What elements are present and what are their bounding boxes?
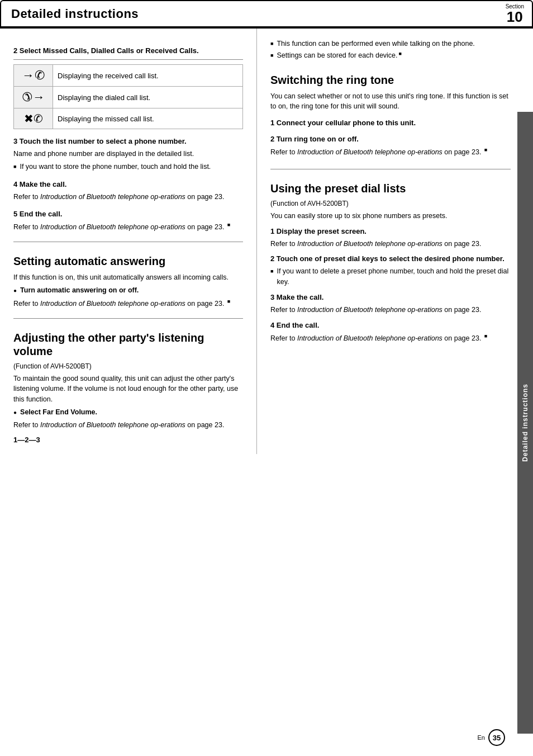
sidebar-text: Detailed instructions	[521, 384, 529, 462]
adjust-function-note: (Function of AVH-5200BT)	[13, 362, 243, 370]
adjust-title: Adjusting the other party's listening vo…	[13, 331, 243, 358]
divider1	[13, 59, 243, 60]
step2-heading: 2 Select Missed Calls, Dialled Calls or …	[13, 46, 243, 55]
step3-bullet: If you want to store the phone number, t…	[13, 162, 243, 172]
missed-call-icon: ✖✆	[24, 112, 43, 125]
preset-step4-ref-italic: Introduction of Bluetooth telephone op-e…	[297, 334, 442, 342]
step5-ref-italic: Introduction of Bluetooth telephone op-e…	[40, 223, 185, 231]
divider4	[270, 169, 511, 169]
table-row: ✖✆ Displaying the missed call list.	[14, 108, 243, 129]
step5-ref: Refer to Introduction of Bluetooth telep…	[13, 221, 243, 233]
divider3	[13, 318, 243, 319]
preset-step3-heading: 3 Make the call.	[270, 293, 511, 301]
dialed-call-icon: ←✆	[22, 90, 45, 105]
preset-dial-title: Using the preset dial lists	[270, 182, 511, 195]
switch-step2-ref-italic: Introduction of Bluetooth telephone op-e…	[297, 148, 442, 156]
table-row: ←✆ Displaying the dialed call list.	[14, 87, 243, 108]
preset-step1-ref-italic: Introduction of Bluetooth telephone op-e…	[297, 240, 442, 248]
section-number: 10	[507, 10, 523, 24]
setting-auto-bullet: Turn automatic answering on or off.	[13, 285, 243, 296]
switch-step1-heading: 1 Connect your cellular phone to this un…	[270, 119, 511, 127]
step3-heading: 3 Touch the list number to select a phon…	[13, 137, 243, 145]
left-column: 2 Select Missed Calls, Dialled Calls or …	[0, 29, 257, 454]
top-bullet2: Settings can be stored for each device.	[270, 50, 511, 61]
step5-heading: 5 End the call.	[13, 210, 243, 218]
preset-dial-body: You can easily store up to six phone num…	[270, 211, 511, 221]
preset-step1-ref: Refer to Introduction of Bluetooth telep…	[270, 239, 511, 249]
step4-heading: 4 Make the call.	[13, 180, 243, 188]
adjust-bullet-heading: Select Far End Volume.	[20, 408, 97, 416]
dialed-call-desc: Displaying the dialed call list.	[53, 87, 243, 108]
adjust-sequence: 1—2—3	[13, 436, 243, 444]
received-call-desc: Displaying the received call list.	[53, 65, 243, 87]
setting-auto-bullet-heading: Turn automatic answering on or off.	[20, 286, 139, 294]
preset-step1-heading: 1 Display the preset screen.	[270, 227, 511, 235]
missed-call-desc: Displaying the missed call list.	[53, 108, 243, 129]
switch-ring-title: Switching the ring tone	[270, 73, 511, 87]
setting-auto-ref: Refer to Introduction of Bluetooth telep…	[13, 298, 243, 309]
adjust-bullet: Select Far End Volume.	[13, 407, 243, 418]
header-title-box: Detailed instructions	[0, 0, 498, 27]
right-column: This function can be performed even whil…	[257, 29, 533, 454]
top-bullet1: This function can be performed even whil…	[270, 39, 511, 49]
section-box: Section 10	[498, 0, 533, 27]
page-header: Detailed instructions Section 10	[0, 0, 533, 29]
preset-step2-bullet: If you want to delete a preset phone num…	[270, 266, 511, 287]
preset-step2-heading: 2 Touch one of preset dial keys to selec…	[270, 254, 511, 263]
setting-auto-ref-italic: Introduction of Bluetooth telephone op-e…	[40, 300, 185, 308]
page-footer: En 35	[478, 729, 505, 746]
preset-step4-ref: Refer to Introduction of Bluetooth telep…	[270, 333, 511, 344]
dialed-icon-cell: ←✆	[14, 87, 53, 108]
missed-icon-cell: ✖✆	[14, 108, 53, 129]
switch-step2-heading: 2 Turn ring tone on or off.	[270, 135, 511, 143]
page-number: 35	[488, 729, 505, 746]
step4-ref-italic: Introduction of Bluetooth telephone op-e…	[40, 193, 185, 201]
setting-auto-title: Setting automatic answering	[13, 254, 243, 268]
switch-ring-body: You can select whether or not to use thi…	[270, 91, 511, 112]
page-title: Detailed instructions	[11, 7, 139, 21]
sidebar-label: Detailed instructions	[517, 112, 533, 734]
step3-body: Name and phone number are displayed in t…	[13, 149, 243, 159]
adjust-ref: Refer to Introduction of Bluetooth telep…	[13, 420, 243, 431]
table-row: →✆ Displaying the received call list.	[14, 65, 243, 87]
received-icon-cell: →✆	[14, 65, 53, 87]
setting-auto-body: If this function is on, this unit automa…	[13, 272, 243, 283]
main-content: 2 Select Missed Calls, Dialled Calls or …	[0, 29, 533, 454]
preset-step4-heading: 4 End the call.	[270, 321, 511, 329]
top-bullets: This function can be performed even whil…	[270, 39, 511, 61]
call-list-table: →✆ Displaying the received call list. ←✆…	[13, 64, 243, 129]
divider2	[13, 242, 243, 242]
adjust-body: To maintain the good sound quality, this…	[13, 374, 243, 405]
adjust-ref-italic: Introduction of Bluetooth telephone op-e…	[40, 421, 185, 429]
switch-step2-ref: Refer to Introduction of Bluetooth telep…	[270, 147, 511, 158]
preset-step3-ref-italic: Introduction of Bluetooth telephone op-e…	[297, 306, 442, 314]
step4-ref: Refer to Introduction of Bluetooth telep…	[13, 192, 243, 202]
preset-dial-note: (Function of AVH-5200BT)	[270, 200, 511, 207]
received-call-icon: →✆	[22, 68, 45, 83]
preset-step3-ref: Refer to Introduction of Bluetooth telep…	[270, 305, 511, 315]
page-en-label: En	[478, 734, 485, 741]
